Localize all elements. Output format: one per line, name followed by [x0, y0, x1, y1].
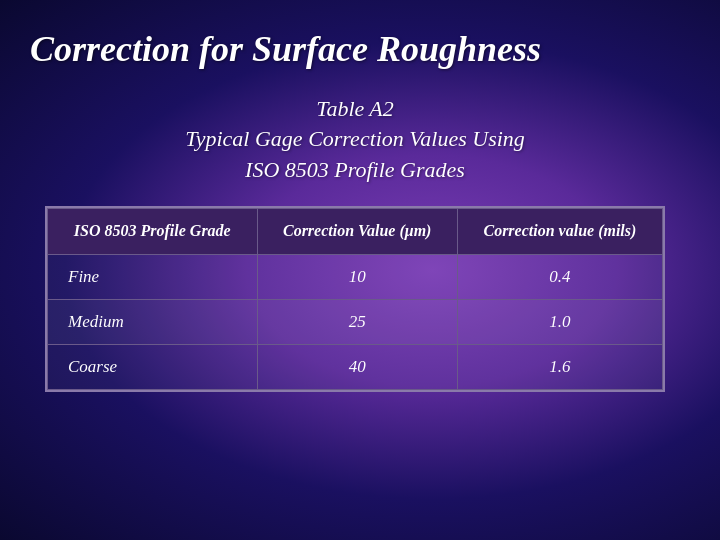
subtitle-line2: Typical Gage Correction Values Using: [30, 124, 680, 155]
cell-grade: Fine: [48, 254, 258, 299]
cell-mils: 0.4: [457, 254, 662, 299]
cell-microns: 10: [257, 254, 457, 299]
col-header-grade: ISO 8503 Profile Grade: [48, 208, 258, 254]
subtitle-line3: ISO 8503 Profile Grades: [30, 155, 680, 186]
col-header-mils: Correction value (mils): [457, 208, 662, 254]
col-header-microns: Correction Value (μm): [257, 208, 457, 254]
cell-grade: Coarse: [48, 344, 258, 389]
cell-mils: 1.0: [457, 299, 662, 344]
data-table-container: ISO 8503 Profile Grade Correction Value …: [45, 206, 665, 392]
page-title: Correction for Surface Roughness: [30, 30, 541, 70]
cell-microns: 40: [257, 344, 457, 389]
subtitle-block: Table A2 Typical Gage Correction Values …: [30, 94, 680, 186]
table-row: Coarse401.6: [48, 344, 663, 389]
cell-mils: 1.6: [457, 344, 662, 389]
table-row: Fine100.4: [48, 254, 663, 299]
table-row: Medium251.0: [48, 299, 663, 344]
cell-grade: Medium: [48, 299, 258, 344]
cell-microns: 25: [257, 299, 457, 344]
table-header-row: ISO 8503 Profile Grade Correction Value …: [48, 208, 663, 254]
correction-table: ISO 8503 Profile Grade Correction Value …: [47, 208, 663, 390]
subtitle-line1: Table A2: [30, 94, 680, 125]
